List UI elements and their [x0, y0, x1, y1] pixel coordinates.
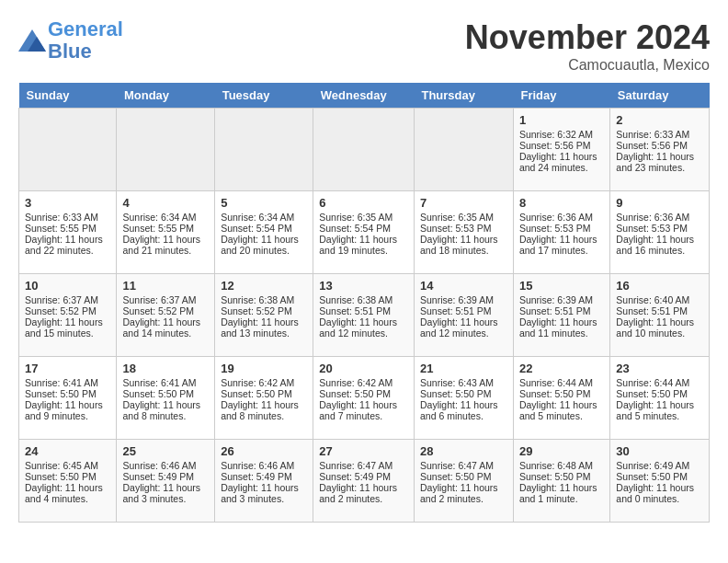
day-number: 6 [319, 196, 408, 210]
weekday-header-wednesday: Wednesday [313, 83, 415, 109]
day-info: and 3 minutes. [122, 493, 209, 504]
day-info: Daylight: 11 hours [420, 234, 507, 245]
day-info: Sunset: 5:49 PM [221, 471, 307, 482]
day-info: Sunset: 5:50 PM [616, 471, 703, 482]
day-info: and 12 minutes. [420, 327, 507, 339]
calendar-cell [414, 109, 513, 191]
calendar-cell: 9Sunrise: 6:36 AMSunset: 5:53 PMDaylight… [610, 191, 710, 274]
day-info: Daylight: 11 hours [122, 399, 209, 410]
day-info: Sunrise: 6:46 AM [221, 460, 307, 471]
day-info: and 0 minutes. [616, 493, 703, 504]
day-info: Sunset: 5:54 PM [221, 223, 307, 234]
weekday-header-tuesday: Tuesday [215, 83, 313, 109]
day-info: and 13 minutes. [221, 327, 307, 339]
day-info: Sunrise: 6:40 AM [616, 294, 703, 305]
day-info: Sunset: 5:50 PM [420, 471, 507, 482]
day-info: Sunrise: 6:44 AM [616, 377, 703, 388]
day-info: Sunrise: 6:47 AM [319, 460, 408, 471]
calendar-cell: 22Sunrise: 6:44 AMSunset: 5:50 PMDayligh… [513, 357, 609, 440]
day-info: and 7 minutes. [319, 410, 408, 421]
day-info: and 9 minutes. [25, 410, 110, 421]
day-info: and 21 minutes. [122, 245, 209, 256]
calendar-cell: 1Sunrise: 6:32 AMSunset: 5:56 PMDaylight… [513, 109, 609, 191]
day-number: 2 [616, 113, 703, 127]
day-info: Sunset: 5:53 PM [519, 223, 604, 234]
day-info: Daylight: 11 hours [519, 316, 604, 327]
weekday-header-saturday: Saturday [610, 83, 710, 109]
day-info: Daylight: 11 hours [519, 151, 604, 162]
day-info: and 18 minutes. [420, 245, 507, 256]
day-info: Sunset: 5:51 PM [420, 305, 507, 316]
calendar-cell: 11Sunrise: 6:37 AMSunset: 5:52 PMDayligh… [117, 274, 215, 357]
day-info: Sunrise: 6:47 AM [420, 460, 507, 471]
day-info: Sunrise: 6:35 AM [420, 212, 507, 223]
day-info: and 2 minutes. [420, 493, 507, 504]
day-info: Sunrise: 6:39 AM [519, 294, 604, 305]
logo-general: General [48, 17, 123, 40]
day-info: Daylight: 11 hours [25, 234, 110, 245]
day-info: Sunrise: 6:45 AM [25, 460, 110, 471]
calendar-cell: 23Sunrise: 6:44 AMSunset: 5:50 PMDayligh… [610, 357, 710, 440]
day-info: Daylight: 11 hours [519, 482, 604, 493]
day-info: Sunset: 5:56 PM [616, 140, 703, 151]
calendar-cell: 15Sunrise: 6:39 AMSunset: 5:51 PMDayligh… [513, 274, 609, 357]
calendar-cell: 26Sunrise: 6:46 AMSunset: 5:49 PMDayligh… [215, 440, 313, 523]
day-info: and 17 minutes. [519, 245, 604, 256]
day-number: 23 [616, 362, 703, 375]
calendar-cell: 27Sunrise: 6:47 AMSunset: 5:49 PMDayligh… [313, 440, 415, 523]
calendar-cell: 5Sunrise: 6:34 AMSunset: 5:54 PMDaylight… [215, 191, 313, 274]
day-number: 28 [420, 444, 507, 458]
calendar-cell: 19Sunrise: 6:42 AMSunset: 5:50 PMDayligh… [215, 357, 313, 440]
day-info: and 5 minutes. [616, 410, 703, 421]
day-number: 5 [221, 196, 307, 210]
title-block: November 2024 Camocuautla, Mexico [465, 18, 710, 74]
day-number: 21 [420, 362, 507, 375]
calendar-cell: 30Sunrise: 6:49 AMSunset: 5:50 PMDayligh… [610, 440, 710, 523]
calendar-body: 1Sunrise: 6:32 AMSunset: 5:56 PMDaylight… [19, 109, 710, 523]
day-info: Daylight: 11 hours [122, 482, 209, 493]
calendar-cell: 17Sunrise: 6:41 AMSunset: 5:50 PMDayligh… [19, 357, 117, 440]
day-info: and 22 minutes. [25, 245, 110, 256]
calendar-cell: 3Sunrise: 6:33 AMSunset: 5:55 PMDaylight… [19, 191, 117, 274]
day-info: Sunrise: 6:36 AM [519, 212, 604, 223]
day-info: Sunrise: 6:34 AM [221, 212, 307, 223]
calendar-cell [117, 109, 215, 191]
day-info: Sunset: 5:50 PM [25, 388, 110, 399]
day-info: Sunset: 5:51 PM [616, 305, 703, 316]
day-info: Sunset: 5:52 PM [221, 305, 307, 316]
day-info: and 4 minutes. [25, 493, 110, 504]
day-info: Sunrise: 6:41 AM [122, 377, 209, 388]
day-info: Sunrise: 6:49 AM [616, 460, 703, 471]
calendar-cell: 24Sunrise: 6:45 AMSunset: 5:50 PMDayligh… [19, 440, 117, 523]
day-number: 18 [122, 362, 209, 375]
day-info: Sunrise: 6:32 AM [519, 129, 604, 140]
day-info: Daylight: 11 hours [122, 316, 209, 327]
day-info: Daylight: 11 hours [221, 234, 307, 245]
day-info: Sunrise: 6:39 AM [420, 294, 507, 305]
day-info: Sunrise: 6:43 AM [420, 377, 507, 388]
day-info: Sunset: 5:50 PM [420, 388, 507, 399]
day-info: Sunset: 5:53 PM [616, 223, 703, 234]
day-info: Sunrise: 6:41 AM [25, 377, 110, 388]
day-info: Daylight: 11 hours [25, 482, 110, 493]
day-info: Daylight: 11 hours [122, 234, 209, 245]
day-info: and 19 minutes. [319, 245, 408, 256]
day-info: Sunset: 5:49 PM [319, 471, 408, 482]
day-info: Daylight: 11 hours [420, 316, 507, 327]
day-info: Daylight: 11 hours [519, 234, 604, 245]
day-info: Sunrise: 6:34 AM [122, 212, 209, 223]
day-info: Daylight: 11 hours [616, 482, 703, 493]
day-info: Daylight: 11 hours [420, 482, 507, 493]
day-info: and 5 minutes. [519, 410, 604, 421]
calendar-cell: 7Sunrise: 6:35 AMSunset: 5:53 PMDaylight… [414, 191, 513, 274]
calendar-cell: 21Sunrise: 6:43 AMSunset: 5:50 PMDayligh… [414, 357, 513, 440]
day-number: 11 [122, 279, 209, 293]
calendar-cell: 2Sunrise: 6:33 AMSunset: 5:56 PMDaylight… [610, 109, 710, 191]
day-number: 14 [420, 279, 507, 293]
day-info: Daylight: 11 hours [319, 234, 408, 245]
calendar-cell: 25Sunrise: 6:46 AMSunset: 5:49 PMDayligh… [117, 440, 215, 523]
day-info: Daylight: 11 hours [25, 399, 110, 410]
day-number: 25 [122, 444, 209, 458]
day-info: Sunset: 5:55 PM [122, 223, 209, 234]
day-number: 12 [221, 279, 307, 293]
